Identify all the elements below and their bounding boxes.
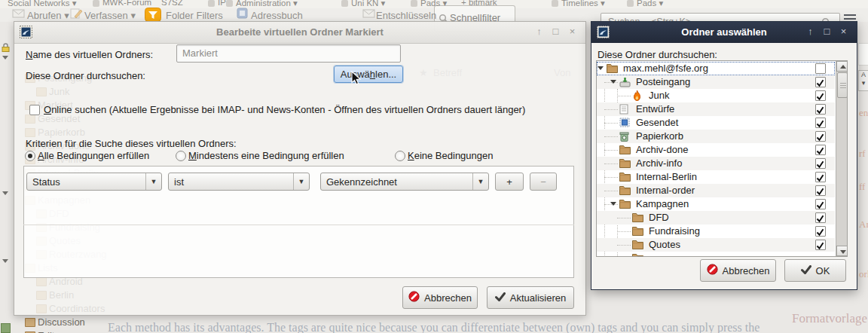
addressbook-icon <box>237 8 248 21</box>
choose-folders-button[interactable]: Auswählen... <box>334 66 403 83</box>
folder-checkbox[interactable] <box>815 172 826 182</box>
criteria-divider <box>23 225 574 225</box>
search-online-checkbox[interactable] <box>29 105 40 115</box>
twisty-icon[interactable] <box>610 80 616 84</box>
folder-checkbox[interactable] <box>815 118 826 128</box>
webpage-text-fragment: orl <box>859 268 868 280</box>
toolbar-item[interactable]: Entschlüsseln <box>376 10 436 21</box>
folder-tree-row[interactable]: Internal-Berlin <box>597 170 835 184</box>
column-picker-button[interactable]: A▾ <box>858 70 868 91</box>
folder-checkbox[interactable] <box>815 226 826 237</box>
scroll-up-button[interactable] <box>836 61 848 72</box>
close-button[interactable]: × <box>567 26 578 37</box>
dialog1-titlebar[interactable]: Bearbeite virtuellen Ordner Markiert ↑ □… <box>14 22 585 44</box>
update-button[interactable]: Aktualisieren <box>487 286 574 309</box>
twisty-icon[interactable] <box>598 66 604 70</box>
folder-tree-row[interactable]: Posteingang <box>597 75 835 89</box>
chevron-down-icon: ▼ <box>145 173 161 190</box>
folder-tree-row[interactable]: Fundraising <box>597 225 835 238</box>
tree-scrollbar[interactable] <box>836 61 848 256</box>
bookmark-item[interactable]: S7SZ <box>161 0 183 7</box>
bookmark-item[interactable]: Pads ▾ <box>420 0 447 8</box>
folder-tree-row[interactable]: Papierkorb <box>597 130 835 143</box>
match-none-label: Keine Bedingungen <box>408 150 494 161</box>
folder-tree-row[interactable]: Kampagnen <box>597 197 835 211</box>
criterion-value-dropdown[interactable]: Gekennzeichnet▼ <box>320 173 489 191</box>
maximize-button[interactable]: □ <box>550 26 561 37</box>
remove-criterion-button[interactable]: − <box>530 173 557 191</box>
search-folders-label: Diese Ordner durchsuchen: <box>26 70 145 81</box>
webpage-text-fragment: Ar <box>859 218 868 231</box>
toolbar-item[interactable]: Abrufen ▾ <box>27 10 69 21</box>
folder-tree-label: DFD <box>649 211 669 225</box>
folder-checkbox[interactable] <box>815 158 826 169</box>
folder-tree-row[interactable]: Quotes <box>597 238 835 252</box>
match-any-radio[interactable] <box>176 151 186 161</box>
match-none-radio[interactable] <box>395 151 405 161</box>
bookmark-item[interactable]: MWK-Forum <box>102 0 151 7</box>
folder-checkbox[interactable] <box>815 104 826 115</box>
match-all-radio[interactable] <box>25 151 35 161</box>
folder-tree-row[interactable]: Archiv-done <box>597 143 835 157</box>
criterion-operator-dropdown[interactable]: ist▼ <box>168 173 310 191</box>
folder-tree-label: Junk <box>649 89 669 102</box>
folder-checkbox[interactable] <box>815 185 826 196</box>
menu-icon[interactable] <box>844 14 856 16</box>
twisty-icon[interactable] <box>610 202 616 206</box>
folder-checkbox[interactable] <box>815 63 826 74</box>
folder-tree-row[interactable]: Internal-order <box>597 184 835 197</box>
cancel-button[interactable]: Abbrechen <box>700 259 776 282</box>
folder-pane-item[interactable]: Editor <box>38 330 63 333</box>
folder-tree-row[interactable]: Entwürfe <box>597 102 835 116</box>
criteria-label: Kriterien für die Suche dieses virtuelle… <box>26 138 237 149</box>
bookmark-item[interactable]: Timelines ▾ <box>561 0 605 8</box>
folder-checkbox[interactable] <box>815 145 826 155</box>
unmaximize-button[interactable]: ↑ <box>805 26 816 37</box>
criterion-attribute-dropdown[interactable]: Status▼ <box>26 173 162 191</box>
bookmark-item[interactable]: Pads ▾ <box>637 0 663 8</box>
scroll-corner <box>858 43 868 66</box>
ok-button[interactable]: OK <box>784 259 846 282</box>
folder-checkbox[interactable] <box>815 131 826 142</box>
bookmark-item[interactable]: + bitmark <box>461 0 497 7</box>
folder-icon <box>1 323 11 333</box>
cancel-icon <box>707 264 718 277</box>
virtual-folder-name-input[interactable]: Markiert <box>176 44 401 63</box>
folder-checkbox[interactable] <box>815 90 826 101</box>
toolbar-item[interactable]: Verfassen ▾ <box>84 10 136 21</box>
folder-tree-row[interactable]: max.mehl@fsfe.org <box>597 62 835 75</box>
choose-folders-label: Diese Ordner durchsuchen: <box>598 49 717 60</box>
close-button[interactable]: × <box>838 26 849 37</box>
folder-tree-row[interactable] <box>597 252 835 257</box>
unmaximize-button[interactable]: ↑ <box>533 26 545 37</box>
folder-tree-row[interactable]: Gesendet <box>597 116 835 130</box>
folder-checkbox[interactable] <box>815 240 826 250</box>
folder-checkbox[interactable] <box>815 77 826 87</box>
tree-guide-line <box>604 136 618 137</box>
twisty-icon[interactable] <box>2 259 8 263</box>
scrollbar-thumb[interactable] <box>837 72 848 98</box>
add-criterion-button[interactable]: + <box>495 173 524 191</box>
toolbar-item[interactable]: Adressbuch <box>251 10 303 21</box>
twisty-icon[interactable] <box>2 191 8 195</box>
folder-tree-label: Internal-order <box>636 184 695 197</box>
folder-tree-label: Kampagnen <box>636 197 689 211</box>
bookmark-item[interactable]: IP <box>218 0 226 7</box>
cancel-button[interactable]: Abbrechen <box>402 286 478 309</box>
folder-tree-row[interactable]: Archiv-info <box>597 157 835 170</box>
folder-checkbox[interactable] <box>815 199 826 209</box>
scroll-down-button[interactable] <box>836 246 848 256</box>
folder-tree-label: Posteingang <box>636 75 690 89</box>
folder-tree: max.mehl@fsfe.orgPosteingangJunkEntwürfe… <box>596 60 848 257</box>
webpage-style-text: Formatvorlage <box>792 311 867 326</box>
maximize-button[interactable]: □ <box>821 26 833 37</box>
folder-tree-row[interactable]: DFD <box>597 211 835 225</box>
dialog2-titlebar[interactable]: Ordner auswählen ↑ □ × <box>591 22 857 43</box>
folder-pane-item[interactable]: Discussion <box>38 316 85 328</box>
toolbar-item[interactable]: Folder Filters <box>166 10 223 21</box>
favicon-icon <box>208 0 215 7</box>
lock-icon <box>1 42 11 54</box>
twisty-icon[interactable] <box>2 56 8 60</box>
folder-checkbox[interactable] <box>815 212 826 223</box>
folder-tree-row[interactable]: Junk <box>597 89 835 102</box>
